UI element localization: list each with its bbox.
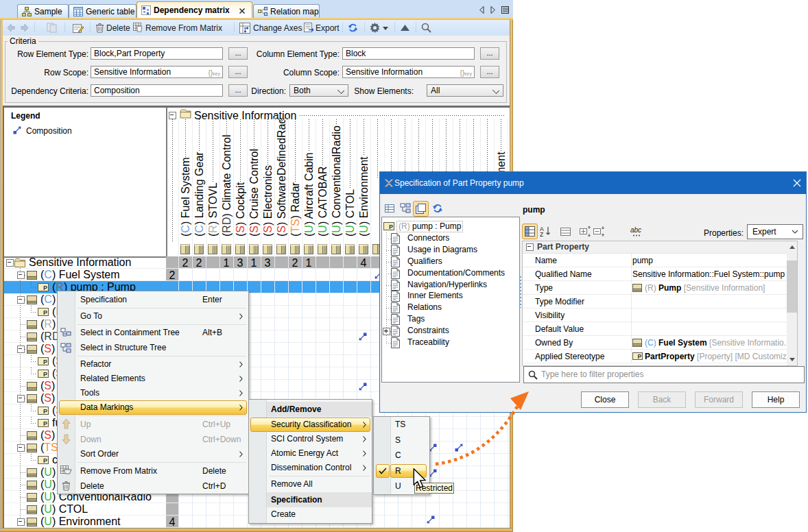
svg-text:P: P (389, 223, 393, 230)
svg-text:Z: Z (540, 231, 543, 237)
svg-text:P: P (638, 353, 642, 360)
svg-text:abc: abc (630, 226, 641, 234)
